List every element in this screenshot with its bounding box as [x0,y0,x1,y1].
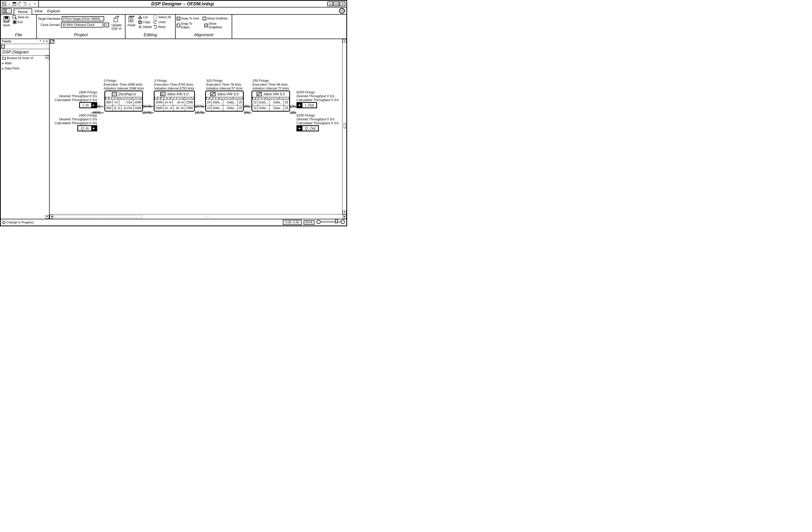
output-q-block[interactable]: ▶ Q_Out [296,125,319,131]
quick-save-icon[interactable] [12,2,17,6]
cut-icon [138,15,142,19]
delete-icon [138,25,142,29]
tab-explore[interactable]: Explore [47,9,60,13]
arrow-right-icon: ▶ [91,126,97,131]
ribbon-group-editing: Paste Cut Copy Delete Select All Undo Re… [126,15,176,39]
node-fir-2: 320 Firings Execution Time 76 ticks Init… [205,79,244,112]
ribbon-label-alignment: Alignment [177,32,231,38]
save-button[interactable]: Save [2,15,11,28]
palette-search-input[interactable] [1,45,5,48]
svg-rect-6 [5,20,8,21]
input-i-info: 1800 Firings Desired Throughput 0 S/s Ca… [55,90,97,102]
palette-pin-icon[interactable]: 📌︎ [42,40,45,43]
help-icon[interactable]: ? [339,8,345,14]
wire [290,113,296,113]
save-as-button[interactable]: Save As [13,15,29,19]
coordinates-display: 0.00, 0.00 [283,220,302,225]
zigzag-icon [105,97,142,100]
output-q: 6250 Firings Desired Throughput 0 S/s Ca… [296,114,339,131]
palette-item-math[interactable]: ▸ Math [1,61,49,66]
window-title: DSP Designer – OFDM.lvdsp [39,1,326,7]
status-text: Change In Progress [6,221,34,224]
vi-icon: DSP [112,92,117,96]
wire-label: [56] [244,104,249,108]
palette-item-browse[interactable]: Browse for Actor VI [1,56,49,61]
cut-button[interactable]: Cut [138,15,152,19]
input-i: 1800 Firings Desired Throughput 0 S/s Ca… [55,90,97,108]
paste-icon [128,16,135,23]
delete-button[interactable]: Delete [138,25,152,29]
palette-dropdown-icon[interactable]: ▼ [39,40,41,43]
quickbar-dropdown-icon[interactable]: ▼ [33,2,37,6]
node-zeropad-info: 3 Firings Execution Time 2048 ticks Init… [104,79,144,90]
svg-rect-15 [139,20,141,24]
wire [244,106,251,107]
show-gridlines-checkbox[interactable]: Show Gridlines [203,17,228,20]
quick-undo-icon[interactable] [17,2,22,6]
node-fir-1: 3 Firings Execution Time 6793 ticks Init… [154,79,195,112]
zoom-slider[interactable] [317,222,345,225]
palette-search [1,44,49,49]
node-fir-3-info: 250 Firings Execution Time 96 ticks Init… [252,79,289,90]
target-hw-field[interactable]: FPGA Target (PXIe-7965R) [62,16,104,21]
hscroll-thumb[interactable] [55,215,142,218]
paste-button[interactable]: Paste [127,15,136,28]
zoom-thumb[interactable] [335,219,338,223]
maximize-button[interactable]: ◻ [333,2,339,6]
chevron-right-icon: ▸ [2,67,4,70]
canvas-origin-icon[interactable] [50,40,54,44]
close-button[interactable]: ✕ [340,2,345,6]
palette-scroll-up[interactable]: ▲ [45,56,49,59]
wire-label: [56] [244,111,249,114]
show-snaplines-checkbox[interactable]: ✓Show Snaplines [204,22,231,29]
fir-icon [257,92,262,96]
canvas-hscroll[interactable]: ◀ ⋮⋮⋮ ▶ [49,214,346,219]
clock-field[interactable]: 40 MHz Onboard Clock [61,23,103,28]
output-i-info: 6250 Firings Desired Throughput 0 S/s Ca… [296,90,339,102]
palette-header: Palette ▼ 📌︎ ✕ [1,39,49,44]
wire-label: [2576] [195,104,204,108]
palette-section-title: DSP Diagram [1,49,49,56]
undo-button[interactable]: Undo [153,20,171,24]
view-mode-dropdown[interactable]: ▽ [2,8,12,13]
folder-icon [2,56,6,60]
node-zeropad-box[interactable]: DSPZeroPad.vi 600I InI Out2048 600Q_InQ-… [104,90,143,112]
node-fir-2-box[interactable]: Xilinx FIR 5.0 24Data...Data...25 24Data… [205,90,244,112]
port-row: 600Q_InQ-Out2048 [105,105,142,111]
exit-button[interactable]: Exit [13,20,29,24]
quick-redo-icon[interactable] [23,2,27,6]
scroll-down-icon[interactable]: ▼ [343,211,346,214]
copy-button[interactable]: Copy [138,20,152,24]
clock-dropdown-button[interactable]: ▼ [104,23,109,27]
scroll-up-icon[interactable]: ▲ [343,39,346,43]
redo-button[interactable]: Redo [153,25,171,29]
canvas[interactable]: ▲ ▼ 1800 Firings Desired Throughput 0 S/… [49,39,346,214]
input-q: 1800 Firings Desired Throughput 0 S/s Ca… [55,114,97,131]
node-fir-3-box[interactable]: Xilinx FIR 5.0 32Data...Data...25 32Data… [251,90,290,112]
svg-rect-17 [154,16,157,19]
output-i-block[interactable]: ▶ I_Out [296,102,317,108]
palette-scroll-down[interactable]: ▼ [45,215,49,219]
input-q-block[interactable]: Q_In ▶ [77,125,97,131]
scroll-left-icon[interactable]: ◀ [49,215,53,218]
scroll-right-icon[interactable]: ▶ [343,215,346,218]
palette-item-dataports[interactable]: ▸ Data Ports [1,66,49,71]
tab-home[interactable]: Home [14,9,32,14]
canvas-wrap: ▲ ▼ 1800 Firings Desired Throughput 0 S/… [49,39,346,219]
fir-icon [160,92,165,96]
canvas-vscroll[interactable]: ▲ ▼ [342,39,346,214]
vscroll-thumb[interactable] [344,123,346,128]
input-q-info: 1800 Firings Desired Throughput 0 S/s Ca… [55,114,97,125]
wire-label: [2048] [143,111,151,114]
palette-close-icon[interactable]: ✕ [45,40,48,43]
tab-view[interactable]: View [34,9,42,13]
select-all-button[interactable]: Select All [153,15,171,19]
update-dsp-button[interactable]: Update DSP VI [111,15,122,31]
snap-to-grid-checkbox[interactable]: ✓Snap To Grid [177,17,199,20]
snap-to-edges-checkbox[interactable]: Snap To Edges [177,22,202,29]
node-fir-1-box[interactable]: Xilinx FIR 5.0 2048xn rexk re2560 2048xn… [154,90,195,112]
wire-label: [25] [290,104,295,108]
target-hw-label: Target Hardware [38,17,61,20]
minimize-button[interactable]: ▭ [327,2,333,6]
ribbon-group-project: Target Hardware FPGA Target (PXIe-7965R)… [37,15,126,39]
